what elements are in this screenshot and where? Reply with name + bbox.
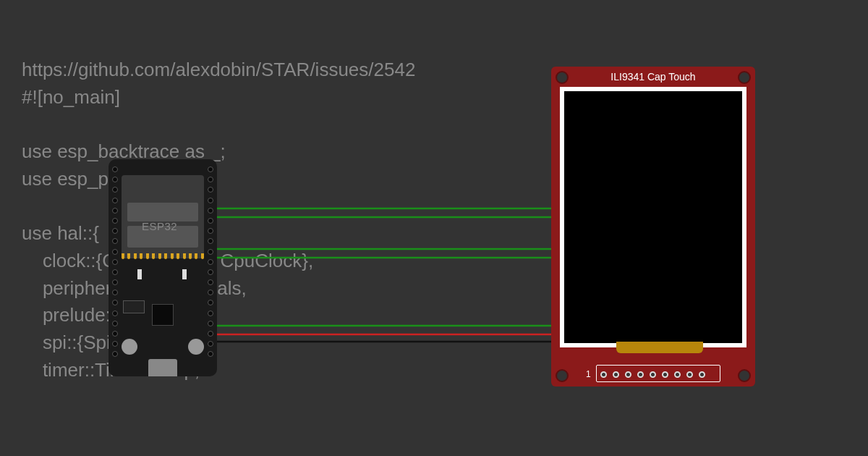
esp32-pin[interactable] <box>112 269 118 275</box>
mount-hole-icon <box>556 369 569 382</box>
esp32-usb-port-icon <box>148 359 177 376</box>
display-pin[interactable] <box>662 371 668 378</box>
code-background-text: https://github.com/alexdobin/STAR/issues… <box>22 56 415 384</box>
esp32-pin[interactable] <box>112 238 118 244</box>
esp32-pin[interactable] <box>112 228 118 234</box>
esp32-enable-button[interactable] <box>188 339 204 355</box>
esp32-pin[interactable] <box>208 228 213 234</box>
display-flex-cable-icon <box>616 342 703 353</box>
esp32-pin[interactable] <box>208 259 213 265</box>
esp32-module-castellations <box>122 253 204 259</box>
esp32-pin[interactable] <box>208 198 213 203</box>
esp32-pin[interactable] <box>208 279 213 285</box>
esp32-pin[interactable] <box>112 300 118 305</box>
esp32-pin[interactable] <box>208 177 213 182</box>
display-pin1-marker: 1 <box>586 369 591 379</box>
esp32-pin-header-right[interactable] <box>208 166 213 357</box>
display-pin[interactable] <box>625 371 631 378</box>
esp32-devkit-board[interactable]: ESP32 <box>109 159 217 376</box>
esp32-chip-label: ESP32 <box>142 220 177 232</box>
esp32-led-icon <box>137 269 142 279</box>
display-pin[interactable] <box>650 371 656 378</box>
esp32-switch <box>123 300 145 313</box>
display-pin-header[interactable] <box>600 371 705 378</box>
esp32-led-icon <box>182 269 187 279</box>
esp32-pin-header-left[interactable] <box>112 166 118 357</box>
esp32-pin[interactable] <box>112 218 118 224</box>
esp32-pin[interactable] <box>112 331 118 337</box>
esp32-pin[interactable] <box>208 187 213 193</box>
esp32-pin[interactable] <box>112 311 118 316</box>
esp32-boot-button[interactable] <box>122 339 137 355</box>
esp32-pin[interactable] <box>112 290 118 295</box>
esp32-pin[interactable] <box>112 341 118 347</box>
esp32-pin[interactable] <box>208 238 213 244</box>
esp32-pin[interactable] <box>208 300 213 305</box>
display-pin[interactable] <box>674 371 681 378</box>
esp32-pin[interactable] <box>208 351 213 357</box>
esp32-pin[interactable] <box>208 208 213 214</box>
esp32-pin[interactable] <box>112 259 118 265</box>
esp32-pin[interactable] <box>208 269 213 275</box>
esp32-pin[interactable] <box>112 177 118 182</box>
display-pin[interactable] <box>686 371 693 378</box>
display-pin[interactable] <box>699 371 705 378</box>
esp32-pin[interactable] <box>112 166 118 172</box>
esp32-pin[interactable] <box>208 311 213 316</box>
esp32-pin[interactable] <box>208 290 213 295</box>
display-pin[interactable] <box>613 371 619 378</box>
esp32-pin[interactable] <box>112 208 118 214</box>
display-screen[interactable] <box>564 91 742 343</box>
mount-hole-icon <box>738 369 751 382</box>
esp32-pin[interactable] <box>208 331 213 337</box>
display-bezel <box>560 87 746 347</box>
esp32-pin[interactable] <box>112 187 118 193</box>
esp32-regulator-chip <box>152 304 174 326</box>
esp32-pin[interactable] <box>208 166 213 172</box>
ili9341-display-board[interactable]: ILI9341 Cap Touch 1 <box>551 67 755 387</box>
esp32-pin[interactable] <box>112 351 118 357</box>
esp32-pin[interactable] <box>208 249 213 255</box>
esp32-pin[interactable] <box>112 279 118 285</box>
display-pin[interactable] <box>600 371 607 378</box>
esp32-pin[interactable] <box>112 249 118 255</box>
esp32-pin[interactable] <box>208 341 213 347</box>
display-pin[interactable] <box>637 371 644 378</box>
esp32-pin[interactable] <box>112 198 118 203</box>
esp32-pin[interactable] <box>112 321 118 326</box>
esp32-pin[interactable] <box>208 218 213 224</box>
esp32-pin[interactable] <box>208 321 213 326</box>
display-board-label: ILI9341 Cap Touch <box>551 71 755 83</box>
esp32-rf-shield: ESP32 <box>122 175 204 258</box>
